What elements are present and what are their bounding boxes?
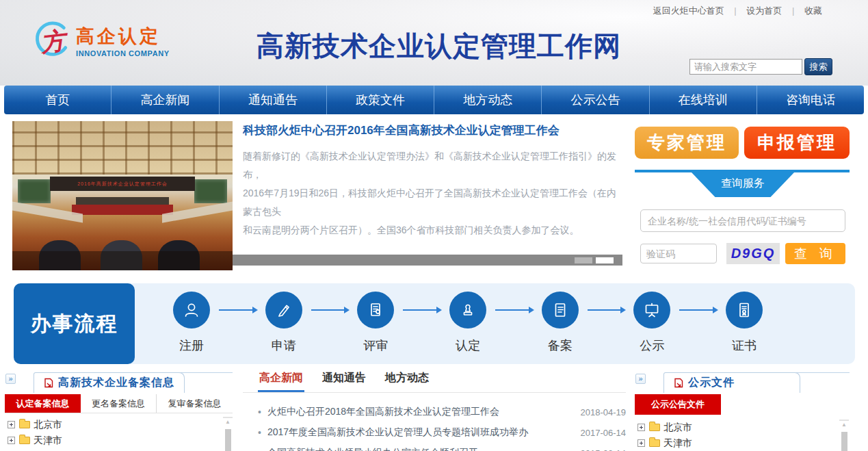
news-tabs: 高企新闻 通知通告 地方动态 xyxy=(243,368,626,393)
user-icon xyxy=(182,300,201,320)
featured-news-line: 随着新修订的《高新技术企业认定管理办法》和《高新技术企业认定管理工作指引》的发布… xyxy=(243,147,624,184)
tree-node-tianjin[interactable]: 天津市 xyxy=(637,435,692,451)
link-set-homepage[interactable]: 设为首页 xyxy=(746,5,782,16)
flow-arrow-icon xyxy=(679,309,717,311)
tree-node-label[interactable]: 天津市 xyxy=(34,435,62,447)
nav-item-announcements[interactable]: 公示公告 xyxy=(541,86,648,114)
nav-item-phone[interactable]: 咨询电话 xyxy=(757,86,864,114)
news-list-item[interactable]: • 全国高新技术企业领导小组办公室主任会顺利召开 2015-03-14 xyxy=(258,443,626,451)
company-search-input[interactable] xyxy=(640,209,845,232)
tree-node-tianjin[interactable]: 天津市 xyxy=(8,433,62,448)
application-management-button[interactable]: 申报管理 xyxy=(744,127,850,159)
tree-node-label[interactable]: 天津市 xyxy=(663,437,692,450)
link-torch-home[interactable]: 返回火炬中心首页 xyxy=(653,5,724,16)
news-item-title[interactable]: 火炬中心召开2018年全国高新技术企业认定管理工作会 xyxy=(267,406,574,418)
news-item-date: 2015-03-14 xyxy=(581,448,627,451)
featured-news-line: 和云南昆明分两个片区召开）。全国36个省市科技部门相关负责人参加了会议。 xyxy=(243,221,624,240)
search-input[interactable] xyxy=(689,59,802,75)
nav-item-notices[interactable]: 通知通告 xyxy=(219,86,326,114)
tab-rename-filing[interactable]: 更名备案信息 xyxy=(81,394,157,413)
nav-item-training[interactable]: 在线培训 xyxy=(649,86,757,114)
tree-expand-icon[interactable] xyxy=(8,421,15,428)
folder-icon xyxy=(19,421,30,428)
site-title: 高新技术企业认定管理工作网 xyxy=(257,27,621,65)
scroll-up-icon[interactable]: ▲ xyxy=(224,417,232,427)
tree-node-label[interactable]: 北京市 xyxy=(663,422,692,434)
news-list-item[interactable]: • 2017年度全国高新技术企业认定管理人员专题培训班成功举办 2017-06-… xyxy=(258,422,626,443)
public-files-title: 公示文件 xyxy=(688,376,735,390)
tab-notices[interactable]: 通知通告 xyxy=(321,368,367,392)
news-list-item[interactable]: • 火炬中心召开2018年全国高新技术企业认定管理工作会 2018-04-19 xyxy=(258,402,626,422)
site-header: 返回火炬中心首页 | 设为首页 | 收藏 方 高企认定 INNOVATION C… xyxy=(0,0,868,86)
query-button[interactable]: 查 询 xyxy=(785,243,845,264)
photo-screen-left xyxy=(18,179,51,203)
process-step-label: 认定 xyxy=(440,337,495,354)
photo-ceiling xyxy=(12,121,233,175)
scroll-up-icon[interactable]: ▲ xyxy=(840,420,848,430)
nav-item-home[interactable]: 首页 xyxy=(4,86,111,114)
nav-item-policy[interactable]: 政策文件 xyxy=(326,86,434,114)
filing-section-tab: 高新技术企业备案信息 xyxy=(34,372,185,393)
flow-arrow-icon xyxy=(311,309,349,311)
process-steps: 注册 申请 评审 认定 备案 xyxy=(164,292,772,354)
photo-screen-right xyxy=(194,179,227,203)
process-step-label: 注册 xyxy=(164,337,219,354)
photo-head-table xyxy=(76,197,168,205)
nav-item-news[interactable]: 高企新闻 xyxy=(111,86,218,114)
tab-local-news[interactable]: 地方动态 xyxy=(384,368,430,392)
bullet-icon: • xyxy=(258,427,261,438)
tab-public-announcement-files[interactable]: 公示公告文件 xyxy=(635,394,721,415)
tree-node-beijing[interactable]: 北京市 xyxy=(8,417,62,433)
photo-head-table-cloth xyxy=(72,205,173,215)
search-bar: 搜索 xyxy=(689,58,832,75)
news-section: 高企新闻 通知通告 地方动态 • 火炬中心召开2018年全国高新技术企业认定管理… xyxy=(243,368,626,451)
stamp-icon xyxy=(458,300,477,320)
photo-shadow xyxy=(12,251,233,270)
link-favorite[interactable]: 收藏 xyxy=(804,5,822,16)
carousel-page-indicator[interactable] xyxy=(575,257,592,263)
process-step-apply: 申请 xyxy=(257,292,311,354)
flow-arrow-icon xyxy=(495,309,533,311)
expert-management-button[interactable]: 专家管理 xyxy=(635,127,739,159)
process-step-record: 备案 xyxy=(533,292,588,354)
tree-scrollbar[interactable]: ▲ xyxy=(223,417,233,418)
tree-expand-icon[interactable] xyxy=(637,424,645,431)
process-step-label: 备案 xyxy=(533,337,588,354)
news-item-title[interactable]: 2017年度全国高新技术企业认定管理人员专题培训班成功举办 xyxy=(267,426,574,439)
tree-node-beijing[interactable]: 北京市 xyxy=(637,420,692,435)
folder-icon xyxy=(19,437,30,444)
tree-node-label[interactable]: 北京市 xyxy=(34,419,62,431)
captcha-input[interactable] xyxy=(640,244,717,263)
nav-item-local[interactable]: 地方动态 xyxy=(434,86,541,114)
tab-recognition-filing[interactable]: 认定备案信息 xyxy=(5,394,81,413)
page-root: 返回火炬中心首页 | 设为首页 | 收藏 方 高企认定 INNOVATION C… xyxy=(0,0,868,451)
featured-news: 科技部火炬中心召开2016年全国高新技术企业认定管理工作会 随着新修订的《高新技… xyxy=(243,123,624,240)
process-step-publicize: 公示 xyxy=(624,292,679,354)
tree-expand-icon[interactable] xyxy=(637,439,645,447)
link-separator: | xyxy=(792,5,794,16)
process-step-label: 证书 xyxy=(717,337,772,354)
top-links: 返回火炬中心首页 | 设为首页 | 收藏 xyxy=(653,5,822,17)
process-step-label: 评审 xyxy=(348,337,403,354)
news-item-title[interactable]: 全国高新技术企业领导小组办公室主任会顺利召开 xyxy=(267,447,574,451)
file-icon xyxy=(551,300,570,320)
carousel-photo[interactable]: 2016年高新技术企业认定管理工作会 xyxy=(12,121,233,270)
review-icon xyxy=(366,300,385,320)
bullet-icon: • xyxy=(258,448,261,451)
captcha-image[interactable]: D9GQ xyxy=(726,243,780,264)
expand-section-button[interactable]: » xyxy=(635,374,646,384)
expand-section-button[interactable]: » xyxy=(5,374,16,384)
tab-reexam-filing[interactable]: 复审备案信息 xyxy=(157,394,233,413)
query-service-divider xyxy=(635,170,850,172)
scrollbar-thumb[interactable] xyxy=(225,429,231,451)
scrollbar-thumb[interactable] xyxy=(841,432,847,451)
carousel-page-indicator-active[interactable] xyxy=(596,257,614,263)
conference-banner: 2016年高新技术企业认定管理工作会 xyxy=(50,177,196,192)
featured-news-title[interactable]: 科技部火炬中心召开2016年全国高新技术企业认定管理工作会 xyxy=(243,123,624,138)
logo-zh-text: 高企认定 xyxy=(76,24,170,49)
tree-scrollbar[interactable]: ▲ xyxy=(839,420,849,421)
tab-company-news[interactable]: 高企新闻 xyxy=(258,368,304,392)
tree-expand-icon[interactable] xyxy=(8,437,15,444)
search-button[interactable]: 搜索 xyxy=(804,58,832,75)
query-service-title: 查询服务 xyxy=(692,172,794,197)
